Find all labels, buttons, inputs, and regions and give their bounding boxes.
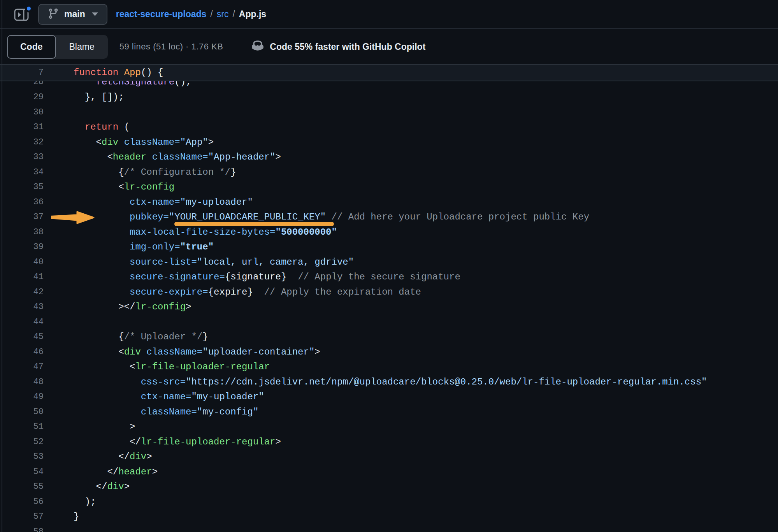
code-text: {/* Configuration */} — [44, 165, 236, 180]
code-token: </ — [74, 437, 141, 447]
line-number[interactable]: 42 — [0, 285, 44, 300]
line-number[interactable]: 37 — [0, 210, 44, 225]
code-token: < — [74, 347, 124, 357]
code-line: 56 ); — [0, 495, 778, 510]
code-text: </lr-file-uploader-regular> — [44, 435, 281, 450]
code-line: 29 }, []); — [0, 90, 778, 105]
code-token — [141, 347, 146, 357]
code-token: return — [85, 122, 118, 132]
line-number[interactable]: 58 — [0, 525, 44, 532]
code-text: source-list="local, url, camera, gdrive" — [44, 255, 354, 270]
code-token: secure-signature= — [130, 272, 225, 282]
code-token: ></ — [74, 302, 135, 312]
code-token: > — [208, 137, 214, 147]
line-number[interactable]: 31 — [0, 120, 44, 135]
tab-blame[interactable]: Blame — [56, 35, 108, 59]
code-token: pubkey= — [130, 212, 169, 222]
code-token: className= — [124, 137, 180, 147]
line-number[interactable]: 51 — [0, 420, 44, 435]
code-token — [286, 272, 298, 282]
code-token: ctx-name= — [130, 197, 180, 207]
line-number[interactable]: 40 — [0, 255, 44, 270]
line-number[interactable]: 7 — [0, 65, 44, 81]
code-token: }, []); — [74, 92, 124, 102]
breadcrumb-dir-link[interactable]: src — [217, 9, 229, 19]
highlighted-token: "YOUR_UPLOADCARE_PUBLIC_KEY" — [169, 210, 326, 225]
code-token: } — [230, 167, 236, 177]
code-text: <lr-config — [44, 180, 174, 195]
code-text — [44, 105, 74, 120]
expand-file-tree-button[interactable] — [13, 5, 33, 23]
code-token — [74, 197, 130, 207]
code-token: "my-config" — [197, 407, 258, 417]
line-number[interactable]: 48 — [0, 375, 44, 390]
code-text: return ( — [44, 120, 130, 135]
code-token: () { — [141, 67, 163, 78]
code-token: "my-uploader" — [180, 197, 253, 207]
code-token — [74, 407, 141, 417]
code-text: fetchSignature(); — [44, 81, 191, 90]
code-text: } — [44, 509, 79, 525]
line-number[interactable]: 47 — [0, 360, 44, 375]
line-number[interactable]: 57 — [0, 509, 44, 525]
code-line: 37 pubkey="YOUR_UPLOADCARE_PUBLIC_KEY" /… — [0, 210, 778, 225]
code-line: 58 — [0, 525, 778, 532]
line-number[interactable]: 38 — [0, 225, 44, 240]
chevron-down-icon — [92, 12, 98, 16]
code-token: "500000000" — [276, 227, 337, 237]
line-number[interactable]: 28 — [0, 81, 44, 90]
line-number[interactable]: 30 — [0, 105, 44, 120]
line-number[interactable]: 55 — [0, 479, 44, 495]
breadcrumb-separator: / — [232, 9, 235, 19]
code-token: max-local-file-size-bytes= — [130, 227, 275, 237]
line-number[interactable]: 50 — [0, 405, 44, 420]
line-number[interactable]: 34 — [0, 165, 44, 180]
line-number[interactable]: 56 — [0, 495, 44, 510]
line-number[interactable]: 45 — [0, 330, 44, 345]
code-token: className= — [146, 347, 202, 357]
line-number[interactable]: 35 — [0, 180, 44, 195]
notification-dot — [25, 5, 33, 12]
branch-name: main — [64, 9, 85, 19]
pane-divider — [2, 0, 2, 532]
code-token: </ — [74, 467, 118, 477]
line-number[interactable]: 53 — [0, 449, 44, 465]
line-number[interactable]: 32 — [0, 135, 44, 150]
line-number[interactable]: 44 — [0, 315, 44, 330]
branch-selector-button[interactable]: main — [38, 4, 107, 25]
code-line: 45 {/* Uploader */} — [0, 330, 778, 345]
code-token: div — [124, 347, 141, 357]
tab-code[interactable]: Code — [7, 35, 56, 59]
code-line: 32 <div className="App"> — [0, 135, 778, 150]
code-token: div — [107, 481, 124, 492]
line-number[interactable]: 39 — [0, 240, 44, 255]
code-token: < — [74, 137, 102, 147]
line-number[interactable]: 29 — [0, 90, 44, 105]
code-text: </div> — [44, 479, 130, 495]
code-token: /* Configuration */ — [124, 167, 231, 177]
code-line: 47 <lr-file-uploader-regular — [0, 360, 778, 375]
line-number[interactable]: 43 — [0, 300, 44, 315]
code-token: > — [124, 481, 130, 492]
line-number[interactable]: 41 — [0, 270, 44, 285]
copilot-icon — [251, 39, 264, 54]
code-text: ); — [44, 495, 96, 510]
code-text: <div className="App"> — [44, 135, 214, 150]
code-token — [118, 137, 124, 147]
line-number[interactable]: 54 — [0, 465, 44, 480]
code-token: } — [202, 332, 208, 342]
line-number[interactable]: 52 — [0, 435, 44, 450]
code-text: </header> — [44, 465, 158, 480]
code-token: } — [74, 511, 79, 522]
line-number[interactable]: 36 — [0, 195, 44, 210]
line-number[interactable]: 33 — [0, 150, 44, 165]
code-text: secure-expire={expire} // Apply the expi… — [44, 285, 421, 300]
line-number[interactable]: 46 — [0, 345, 44, 360]
code-token — [74, 227, 130, 237]
code-text: img-only="true" — [44, 240, 214, 255]
line-number[interactable]: 49 — [0, 390, 44, 405]
blob-toolbar: Code Blame 59 lines (51 loc) · 1.76 KB C… — [0, 29, 778, 65]
copilot-banner-text[interactable]: Code 55% faster with GitHub Copilot — [270, 42, 425, 52]
breadcrumb-repo-link[interactable]: react-secure-uploads — [116, 9, 207, 19]
code-token: > — [275, 437, 281, 447]
